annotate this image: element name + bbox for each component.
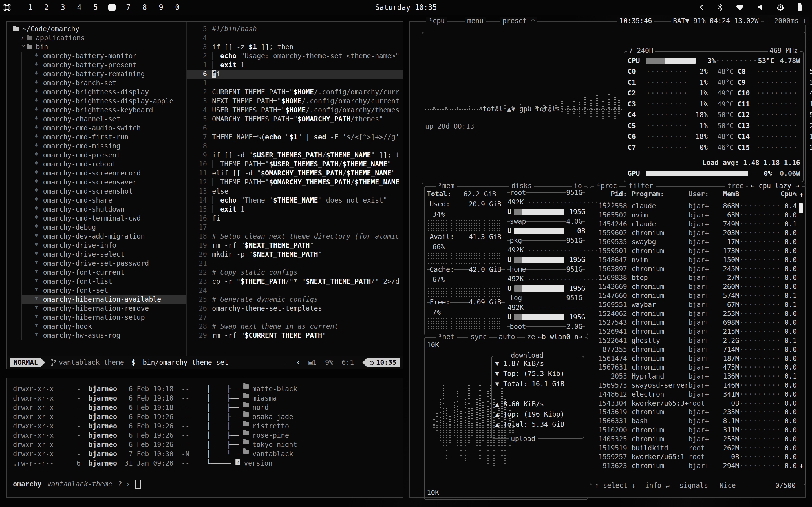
proc-row[interactable]: 1405325chromiumbjar+255M·········0.0 xyxy=(593,435,797,444)
code-line[interactable]: 22# Copy static configs xyxy=(187,268,403,277)
proc-row[interactable]: 1510200chromiumbjar+311M·········0.0 xyxy=(593,426,797,435)
tree-item[interactable]: *omarchy-dev-add-migration xyxy=(22,232,186,241)
proc-row[interactable]: 1543304kworker/u65:3+iroot0B·········0.0 xyxy=(593,399,797,408)
scroll-down-icon[interactable]: ↓ xyxy=(800,462,804,469)
code-line[interactable]: 4USER_THEMES_PATH="$HOME/.config/omarchy… xyxy=(187,106,403,115)
code-line[interactable]: 29rm -rf "$CURRENT_THEME_PATH" xyxy=(187,331,403,340)
code-line[interactable]: 19rm -rf "$NEXT_THEME_PATH" xyxy=(187,241,403,250)
proc-row[interactable]: 1559602chromiumbjar+203M·········0.0 xyxy=(593,229,797,238)
proc-scrollbar[interactable]: ↑ ↓ xyxy=(798,191,804,481)
tree-item[interactable]: *omarchy-hibernation-setup xyxy=(22,313,186,322)
code-line[interactable]: 5OMARCHY_THEMES_PATH="$OMARCHY_PATH/them… xyxy=(187,115,403,124)
tree-item[interactable]: *omarchy-drive-select xyxy=(22,250,186,259)
proc-row[interactable]: 1524062chromiumbjar+253M·········0.0 xyxy=(593,309,797,319)
code-line[interactable]: 18# Setup clean next theme directory (fo… xyxy=(187,232,403,241)
tree-item[interactable]: *omarchy-cmd-screensaver xyxy=(22,178,186,187)
code-line[interactable]: 7THEME_NAME=$(echo "$1" | sed -E 's/<[^>… xyxy=(187,133,403,142)
tree-item[interactable]: *omarchy-brightness-keyboard xyxy=(22,106,186,115)
net-interface[interactable]: ←b wlan0 n→ xyxy=(536,333,585,341)
tree-item[interactable]: *omarchy-cmd-reboot xyxy=(22,160,186,169)
cpu-box-tab[interactable]: ¹cpu xyxy=(426,17,447,25)
proc-row[interactable]: 913623chromiumbjar+294M·········0.0 xyxy=(593,462,797,471)
code-line[interactable]: 8 xyxy=(187,142,403,151)
code-line[interactable]: 20mkdir -p "$NEXT_THEME_PATH" xyxy=(187,250,403,259)
proc-info-control[interactable]: info ↵ xyxy=(644,482,671,490)
volume-icon[interactable] xyxy=(757,4,764,11)
chevron-left-icon[interactable] xyxy=(699,4,705,11)
shell-prompt[interactable]: omarchy vantablack-theme ? › xyxy=(13,480,403,489)
code-line[interactable]: 3if [[ -z $1 ]]; then xyxy=(187,43,403,52)
refresh-interval-control[interactable]: - 2000ms + xyxy=(764,17,809,25)
proc-row[interactable]: 1522641ghosttybjar+2.2G·········0.1 xyxy=(593,336,797,345)
proc-box-tab[interactable]: ⁴proc xyxy=(594,182,619,190)
wifi-icon[interactable] xyxy=(735,4,744,11)
proc-signals-control[interactable]: signals xyxy=(678,482,710,490)
tree-item[interactable]: *omarchy-hibernation-available xyxy=(22,295,186,304)
code-line[interactable]: 23cp -r "$THEME_PATH/"* "$NEXT_THEME_PAT… xyxy=(187,277,403,286)
menu-button[interactable]: menu xyxy=(465,17,486,25)
code-line[interactable]: 27 xyxy=(187,313,403,322)
proc-row[interactable]: 1569535swaybgbjar+17M·········0.0 xyxy=(593,238,797,247)
tree-item[interactable]: *omarchy-branch-set xyxy=(22,78,186,88)
proc-row[interactable]: 1448612electronbjar+341M·········0.0 xyxy=(593,390,797,399)
code-line[interactable]: 25# Generate dynamic configs xyxy=(187,295,403,304)
code-line[interactable]: 1▏ exit 1 xyxy=(187,61,403,69)
proc-column-headers[interactable]: Pid: Program: User: MemB Cpu% xyxy=(593,190,797,198)
proc-row[interactable]: 1548647nvimbjar+150M·········0.0 xyxy=(593,256,797,265)
tree-item[interactable]: *omarchy-hw-asus-rog xyxy=(22,331,186,340)
proc-row[interactable]: 1527543chromiumbjar+698M·········0.0 xyxy=(593,318,797,327)
proc-row[interactable]: 1563897chromiumbjar+245M·········0.0 xyxy=(593,265,797,274)
proc-row[interactable]: 1543619chromiumbjar+235M·········0.0 xyxy=(593,408,797,417)
proc-row[interactable]: 1561474chromiumbjar+187M·········0.0 xyxy=(593,354,797,363)
tree-item[interactable]: *omarchy-drive-info xyxy=(22,241,186,250)
tree-item[interactable]: *omarchy-channel-set xyxy=(22,115,186,124)
proc-row[interactable]: 1547660chromiumbjar+574M·········0.1 xyxy=(593,291,797,300)
code-line[interactable]: 10▏ THEME_PATH="$USER_THEMES_PATH/$THEME… xyxy=(187,160,403,169)
code-line[interactable]: 14▏ echo "Theme '$THEME_NAME' does not e… xyxy=(187,196,403,205)
proc-row[interactable]: 1559257kworker/u65:1-rroot0B·········0.0 xyxy=(593,453,797,462)
tree-item[interactable]: *omarchy-cmd-first-run xyxy=(22,133,186,142)
tree-toggle-button[interactable]: tree xyxy=(725,182,746,190)
tree-item[interactable]: *omarchy-cmd-screenshot xyxy=(22,187,186,196)
code-line[interactable]: 17 xyxy=(187,223,403,232)
code-line[interactable]: 26omarchy-theme-set-templates xyxy=(187,304,403,313)
proc-row[interactable]: 1569573swayosd-serverbjar+146M·········0… xyxy=(593,381,797,390)
code-line[interactable]: 28# Swap next theme in as current xyxy=(187,322,403,331)
code-line[interactable]: 12▏ THEME_PATH="$OMARCHY_THEMES_PATH/$TH… xyxy=(187,178,403,187)
code-editor[interactable]: 5#!/bin/bash43if [[ -z $1 ]]; then2▏ ech… xyxy=(187,22,403,356)
tree-item[interactable]: *omarchy-cmd-terminal-cwd xyxy=(22,214,186,223)
proc-row[interactable]: 1567631chromiumbjar+475M·········0.0 xyxy=(593,363,797,372)
tree-item[interactable]: *omarchy-cmd-present xyxy=(22,151,186,160)
proc-row[interactable]: 1519519buildkitdroot262M·········0.0 xyxy=(593,444,797,453)
code-line[interactable]: 16fi xyxy=(187,214,403,223)
code-line[interactable]: 15▏ exit 1 xyxy=(187,205,403,214)
tree-item[interactable]: *omarchy-brightness-display-apple xyxy=(22,97,186,106)
filter-button[interactable]: filter xyxy=(626,182,656,190)
code-line[interactable]: 13else xyxy=(187,187,403,196)
proc-row[interactable]: 1566331bashbjar+8.1M·········0.0 xyxy=(593,417,797,426)
code-line[interactable]: 2CURRENT_THEME_PATH="$HOME/.config/omarc… xyxy=(187,88,403,97)
sort-selector[interactable]: ← cpu lazy → xyxy=(748,182,802,190)
proc-row[interactable]: 1526941chromiumbjar+215M·········0.0 xyxy=(593,327,797,336)
proc-select-control[interactable]: ↑ select ↓ xyxy=(593,482,638,490)
tree-item[interactable]: *omarchy-hibernation-remove xyxy=(22,304,186,313)
tree-item[interactable]: *omarchy-hook xyxy=(22,322,186,331)
code-line[interactable]: 11elif [[ -d "$OMARCHY_THEMES_PATH/$THEM… xyxy=(187,169,403,178)
proc-nice-control[interactable]: Nice xyxy=(718,482,738,490)
proc-row[interactable]: 1565502nvimbjar+63M·········0.0 xyxy=(593,211,797,220)
proc-row[interactable]: 1569551waybarbjar+67M·········0.1 xyxy=(593,300,797,309)
tree-item[interactable]: *omarchy-brightness-display xyxy=(22,88,186,97)
code-line[interactable]: 24 xyxy=(187,286,403,295)
proc-row[interactable]: 1522558claudebjar+868M·········0.4 xyxy=(593,202,797,211)
chip-icon[interactable] xyxy=(776,3,784,11)
code-line[interactable]: 2▏ echo "Usage: omarchy-theme-set <theme… xyxy=(187,52,403,61)
tree-item[interactable]: *omarchy-font-current xyxy=(22,268,186,277)
tree-root[interactable]: ~/Code/omarchy xyxy=(13,24,186,34)
code-line[interactable]: 21 xyxy=(187,259,403,268)
code-line[interactable]: 5#!/bin/bash xyxy=(187,24,403,34)
code-line[interactable]: 6 xyxy=(187,124,403,133)
net-box-tab[interactable]: ³net xyxy=(436,333,457,341)
proc-row[interactable]: 1569838btopbjar+27M·········0.0 xyxy=(593,274,797,283)
tree-dir-bin[interactable]: ›bin xyxy=(13,43,186,52)
proc-row[interactable]: 1543669chromiumbjar+260M·········0.0 xyxy=(593,283,797,291)
